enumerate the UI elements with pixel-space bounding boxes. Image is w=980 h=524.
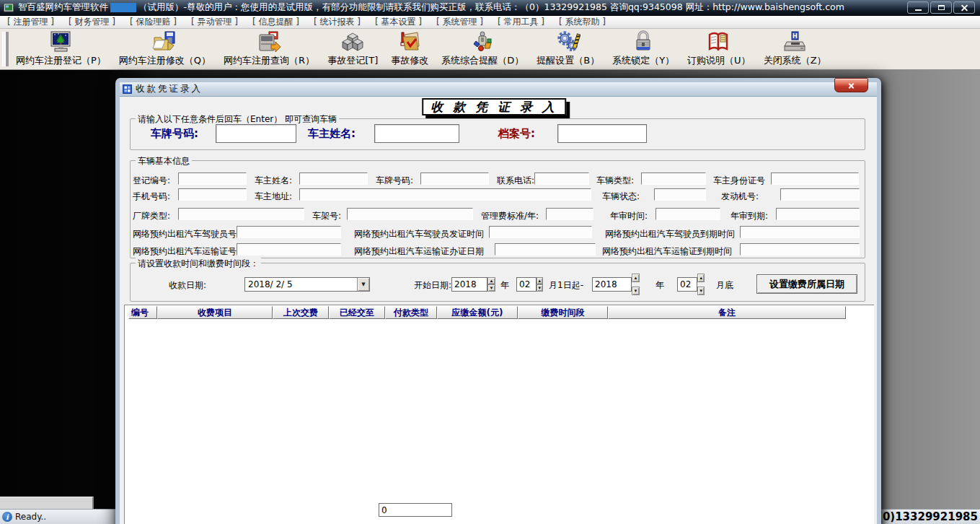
folder-check-icon xyxy=(397,29,422,53)
tool-register-vehicle[interactable]: 网约车注册登记（P） xyxy=(9,28,112,67)
plate-no-query-input-field[interactable] xyxy=(216,125,296,142)
tool-accident-register[interactable]: 事故登记[T] xyxy=(321,28,384,67)
address-field[interactable] xyxy=(299,188,591,201)
engine-no-field[interactable] xyxy=(780,188,860,201)
shutdown-disk-icon xyxy=(782,29,807,53)
column-header[interactable]: 付款类型 xyxy=(385,306,437,319)
end-month-spinner: ▲▼ xyxy=(677,277,705,292)
menu-system-mgmt[interactable]: [ 系统管理 ] xyxy=(436,16,483,28)
chevron-down-icon[interactable]: ▼ xyxy=(357,278,369,291)
start-year-input[interactable] xyxy=(451,277,487,292)
driver-cert-expire-field[interactable] xyxy=(740,226,860,238)
cubes-icon xyxy=(340,29,365,53)
driver-cert-expire-label: 网络预约出租汽车驾驶员到期时间 xyxy=(605,228,735,240)
close-button[interactable] xyxy=(953,1,975,14)
reminder-person-icon xyxy=(470,29,495,53)
dialog-close-button[interactable] xyxy=(834,78,868,92)
menu-common-tools[interactable]: [ 常用工具 ] xyxy=(498,16,544,28)
plate-no-field[interactable] xyxy=(420,173,489,185)
end-year-input[interactable] xyxy=(592,277,632,292)
menu-finance-mgmt[interactable]: [ 财务管理 ] xyxy=(69,16,115,28)
spin-down-icon[interactable]: ▼ xyxy=(537,284,543,292)
restore-button[interactable] xyxy=(930,1,952,14)
menu-transfer-mgmt[interactable]: [ 异动管理 ] xyxy=(191,16,238,28)
receipt-date-combo[interactable]: 2018/ 2/ 5 ▼ xyxy=(244,277,370,292)
spin-up-icon[interactable]: ▲ xyxy=(697,274,705,282)
vehicle-info-legend: 车辆基本信息 xyxy=(136,155,192,167)
tool-query-registration[interactable]: 网约车注册查询（R） xyxy=(217,28,321,67)
spin-down-icon[interactable]: ▼ xyxy=(697,287,705,295)
monitor-tree-icon xyxy=(48,29,73,53)
tool-system-reminder[interactable]: 系统综合提醒（D） xyxy=(435,28,530,67)
fee-table: 编号 收费项目 上次交费 已经交至 付款类型 应缴金额(元) 缴费时间段 备注 xyxy=(124,305,874,524)
column-header[interactable]: 已经交至 xyxy=(329,306,385,319)
owner-id-field[interactable] xyxy=(771,173,859,185)
tool-system-lock[interactable]: 系统锁定（Y） xyxy=(606,28,681,67)
receipt-date-value: 2018/ 2/ 5 xyxy=(245,279,357,289)
annual-expire-field[interactable] xyxy=(776,208,860,220)
tool-order-instructions[interactable]: 订购说明（U） xyxy=(681,28,757,67)
tool-close-system[interactable]: 关闭系统（Z） xyxy=(757,28,833,67)
driver-cert-issue-field[interactable] xyxy=(489,226,592,238)
mobile-field[interactable] xyxy=(178,188,247,201)
tool-accident-modify[interactable]: 事故修改 xyxy=(384,28,435,67)
menu-register-mgmt[interactable]: [ 注册管理 ] xyxy=(7,16,54,28)
column-header[interactable]: 备注 xyxy=(608,306,846,319)
transport-cert-no-field[interactable] xyxy=(237,243,341,256)
phone-field[interactable] xyxy=(534,173,589,185)
transport-cert-expire-field[interactable] xyxy=(740,243,860,256)
column-header[interactable]: 收费项目 xyxy=(157,306,273,319)
file-no-query-input-field[interactable] xyxy=(558,125,646,142)
annual-check-field[interactable] xyxy=(655,208,720,220)
minimize-button[interactable] xyxy=(907,1,929,14)
set-payment-period-button[interactable]: 设置缴费所属日期 xyxy=(756,274,857,294)
payment-date-group: 请设置收款时间和缴费时间段： 收款日期: 2018/ 2/ 5 ▼ 开始日期: … xyxy=(130,263,865,302)
tool-label: 系统锁定（Y） xyxy=(612,54,674,67)
file-no-query-input xyxy=(557,124,647,143)
column-header[interactable]: 编号 xyxy=(128,306,157,319)
column-header[interactable]: 上次交费 xyxy=(273,306,329,319)
tool-reminder-settings[interactable]: 提醒设置（B） xyxy=(530,28,606,67)
driver-cert-issue-label: 网络预约出租汽车驾驶员发证时间 xyxy=(354,228,484,240)
dialog-titlebar[interactable]: 收款凭证录入 xyxy=(120,82,877,97)
column-header[interactable]: 应缴金额(元) xyxy=(437,306,518,319)
menu-basic-settings[interactable]: [ 基本设置 ] xyxy=(375,16,422,28)
menu-info-reminder[interactable]: [ 信息提醒 ] xyxy=(252,16,299,28)
spin-up-icon[interactable]: ▲ xyxy=(487,277,495,284)
menu-insurance-claims[interactable]: [ 保险理赔 ] xyxy=(130,16,177,28)
spin-up-icon[interactable]: ▲ xyxy=(632,274,640,282)
tool-label: 事故登记[T] xyxy=(327,54,378,67)
status-ready-text: Ready.. xyxy=(15,512,46,522)
start-month-input[interactable] xyxy=(516,277,537,292)
toolbar-gripper xyxy=(2,32,7,66)
reg-no-label: 登记编号: xyxy=(133,175,170,187)
spin-down-icon[interactable]: ▼ xyxy=(487,284,495,292)
reg-no-field[interactable] xyxy=(178,173,247,185)
spin-down-icon[interactable]: ▼ xyxy=(632,287,640,295)
vehicle-status-field[interactable] xyxy=(654,188,706,201)
plate-no-query-input xyxy=(216,124,296,143)
book-icon xyxy=(707,29,731,53)
end-month-input[interactable] xyxy=(677,277,697,292)
transport-cert-issue-field[interactable] xyxy=(495,243,596,256)
footer-amount-input[interactable] xyxy=(379,503,452,517)
window-title-info: （试用版）-尊敬的用户：您使用的是试用版，有部分功能限制请联系我们购买正版，联系… xyxy=(138,1,844,14)
annual-check-label: 年审时间: xyxy=(610,210,648,222)
file-no-label: 档案号: xyxy=(498,127,535,141)
mgmt-fee-field[interactable] xyxy=(546,208,593,220)
address-label: 车主地址: xyxy=(255,191,292,203)
tool-modify-registration[interactable]: 网约车注册修改（Q） xyxy=(112,28,217,67)
menu-stats-report[interactable]: [ 统计报表 ] xyxy=(314,16,361,28)
driver-cert-no-field[interactable] xyxy=(237,226,341,238)
tool-label: 网约车注册修改（Q） xyxy=(119,54,211,67)
engine-no-label: 发动机号: xyxy=(721,191,759,203)
vin-field[interactable] xyxy=(347,208,473,220)
spin-up-icon[interactable]: ▲ xyxy=(537,277,543,284)
menu-system-help[interactable]: [ 系统帮助 ] xyxy=(559,16,606,28)
vehicle-type-field[interactable] xyxy=(641,173,706,185)
owner-name-query-input-field[interactable] xyxy=(375,125,459,142)
brand-field[interactable] xyxy=(178,208,304,220)
column-header[interactable]: 缴费时间段 xyxy=(518,306,608,319)
vehicle-status-label: 车辆状态: xyxy=(602,191,640,203)
owner-name-field[interactable] xyxy=(299,173,368,185)
